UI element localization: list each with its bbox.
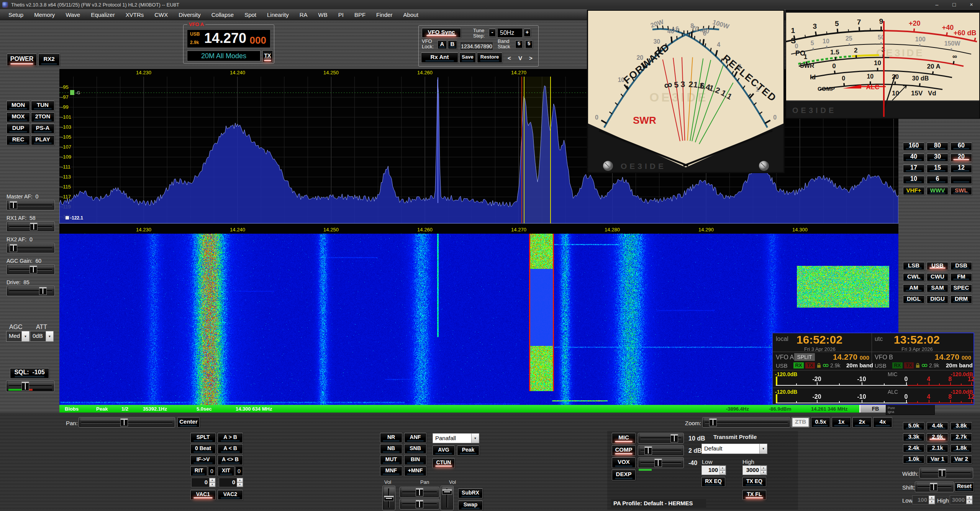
transmit-profile-combo-dropdown-arrow-icon[interactable]: ▼ [759,444,767,454]
zoom-2x-button[interactable]: 2x [852,417,872,427]
band-button-6[interactable]: 6 [927,176,948,184]
mode-button-fm[interactable]: FM [951,273,972,281]
filter-button-var-1[interactable]: Var 1 [927,455,948,464]
filter-button-2-7k[interactable]: 2.7k [951,433,972,441]
filter-button-2-1k[interactable]: 2.1k [927,444,948,452]
frequency-entry-field[interactable]: 1234.567890 [460,42,493,51]
swap-button[interactable]: Swap [458,501,483,510]
filter-button-3-8k[interactable]: 3.8k [951,422,972,430]
mode-button-dsb[interactable]: DSB [951,262,972,270]
button-if-v[interactable]: IF->V [190,455,216,465]
menu-item-linearity[interactable]: Linearity [262,11,294,18]
att-combo-dropdown-arrow-icon[interactable]: ▼ [46,331,53,341]
vac2-button[interactable]: VAC2 [218,490,243,500]
pan1-slider-handle[interactable] [416,488,423,496]
status-item-peak[interactable]: Peak [96,406,108,412]
mode-button-usb[interactable]: USB [927,262,948,270]
save-button[interactable]: Save [459,52,476,63]
rit-spinner[interactable]: 0▲▼ [191,478,216,487]
level-slider-0-handle[interactable] [10,201,17,209]
ctun-button[interactable]: CTUN [433,458,455,468]
menu-item-cwx[interactable]: CWX [149,11,173,18]
pan2-slider[interactable] [400,499,439,509]
close-button[interactable]: × [963,0,980,9]
filter-width-slider-handle[interactable] [938,469,946,477]
filter-high-spinner-down-arrow-icon[interactable]: ▼ [966,500,972,504]
comp-button[interactable]: COMP [612,445,636,456]
menu-item-diversity[interactable]: Diversity [173,11,206,18]
band-v-button[interactable]: V [518,55,522,61]
xit-spinner-up-arrow-icon[interactable]: ▲ [237,478,243,483]
dsp-button-anf[interactable]: ANF [404,433,426,443]
menu-item-spot[interactable]: Spot [239,11,262,18]
vac1-button[interactable]: VAC1 [190,490,216,500]
band-button-blank[interactable] [951,176,972,184]
filter-shift-reset-button[interactable]: Reset [955,482,974,491]
vox-slider-handle[interactable] [654,459,662,467]
filter-button-var-2[interactable]: Var 2 [951,455,972,464]
filter-high-spinner[interactable]: 3000▲▼ [950,495,973,504]
button-a-b[interactable]: A < B [218,444,243,454]
pan1-slider[interactable] [400,487,439,498]
filter-high-spinner-up-arrow-icon[interactable]: ▲ [966,496,972,500]
rit-spinner-up-arrow-icon[interactable]: ▲ [209,478,215,483]
filter-low-spinner-up-arrow-icon[interactable]: ▲ [929,496,935,500]
toggle-button-play[interactable]: PLAY [31,135,54,145]
zoom-1x-button[interactable]: 1x [832,417,851,427]
dsp-button-nb[interactable]: NB [380,444,402,454]
vfo-lock-b-button[interactable]: B [448,40,457,49]
band-button-160[interactable]: 160 [903,142,924,151]
tx-low-spinner-down-arrow-icon[interactable]: ▼ [719,470,726,475]
vfo-a-frequency-mhz[interactable]: 14.270 [204,30,246,46]
filter-button-1-0k[interactable]: 1.0k [903,455,924,464]
menu-item-xvtrs[interactable]: XVTRs [120,11,149,18]
transmit-profile-combo[interactable]: Default▼ [701,444,767,454]
toggle-button-dup[interactable]: DUP [7,124,30,134]
filter-button-1-8k[interactable]: 1.8k [951,444,972,452]
avg-button[interactable]: AVG [433,445,455,455]
ztb-button[interactable]: ZTB [792,417,810,427]
center-button[interactable]: Center [177,417,200,427]
vfo-sync-button[interactable]: VFO Sync [422,28,461,38]
filter-button-2-4k[interactable]: 2.4k [903,444,924,452]
menu-item-collapse[interactable]: Collapse [206,11,239,18]
mode-button-digl[interactable]: DIGL [903,295,924,303]
zoom-4x-button[interactable]: 4x [873,417,892,427]
menu-item-ra[interactable]: RA [294,11,313,18]
level-slider-1[interactable] [7,221,55,232]
rx-ant-button[interactable]: Rx Ant [421,52,458,63]
button-a-b[interactable]: A > B [218,433,243,443]
status-item-blobs[interactable]: Blobs [65,406,79,412]
mic-gain-slider-handle[interactable] [670,434,678,442]
dsp-button-nr[interactable]: NR [380,433,402,443]
band-button-17[interactable]: 17 [903,165,924,173]
level-slider-4[interactable] [7,286,55,296]
comp-slider[interactable] [638,445,684,456]
xit-spinner-down-arrow-icon[interactable]: ▼ [237,483,243,487]
filter-button-3-3k[interactable]: 3.3k [903,433,924,441]
xit-spinner[interactable]: 0▲▼ [219,478,243,487]
filter-low-spinner[interactable]: 100▲▼ [912,495,935,504]
vol2-slider[interactable] [441,486,454,510]
level-slider-4-handle[interactable] [39,287,47,295]
vfo-a-frequency-hz[interactable]: 000 [250,34,266,46]
split-indicator[interactable]: SPLIT [794,353,815,361]
vol2-slider-handle[interactable] [442,489,452,495]
band-button-15[interactable]: 15 [927,165,948,173]
maximize-button[interactable]: □ [946,0,963,9]
dsp-button-mut[interactable]: MUT [380,455,402,465]
level-slider-2[interactable] [7,243,55,253]
display-mode-combo[interactable]: Panafall▼ [433,433,479,443]
agc-combo-dropdown-arrow-icon[interactable]: ▼ [21,331,29,341]
att-combo[interactable]: 0dB▼ [30,331,54,342]
toggle-button-mon[interactable]: MON [7,101,30,111]
sql-slider-handle[interactable] [21,382,29,391]
vfo-a-frequency-display[interactable]: USB 2.9k 14.270 000 [187,29,270,48]
mode-button-drm[interactable]: DRM [951,295,972,303]
toggle-button-2ton[interactable]: 2TON [31,112,54,122]
xit-button[interactable]: XIT [218,466,234,476]
level-slider-2-handle[interactable] [10,244,17,252]
band-button-40[interactable]: 40 [903,154,924,162]
tx-low-spinner[interactable]: 100▲▼ [701,465,726,475]
peak-button[interactable]: Peak [457,445,479,455]
